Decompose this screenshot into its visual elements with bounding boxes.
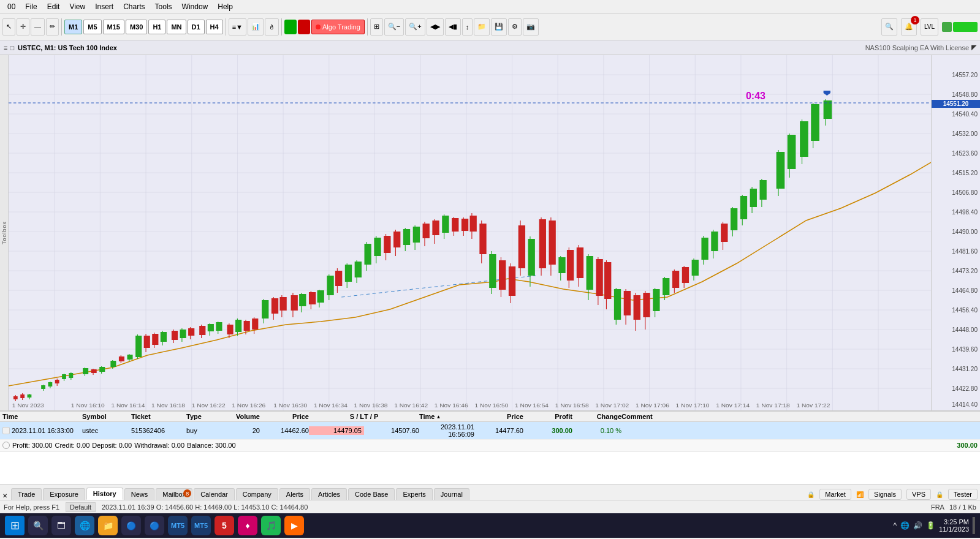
tab-articles[interactable]: Articles <box>311 488 347 500</box>
tab-mailbox[interactable]: Mailbox 8 <box>156 488 192 500</box>
tab-calendar[interactable]: Calendar <box>194 488 235 500</box>
tab-journal[interactable]: Journal <box>434 488 469 500</box>
settings-btn[interactable]: ⚙ <box>508 18 522 36</box>
chart-type-btn[interactable]: ≡▼ <box>229 18 246 36</box>
tool-hline[interactable]: — <box>31 18 45 36</box>
market-btn[interactable]: Market <box>819 489 851 500</box>
taskbar-icon-5[interactable]: 🔵 <box>121 516 141 535</box>
toolbox-panel[interactable]: Toolbox <box>0 55 9 410</box>
taskbar-clock[interactable]: 3:25 PM 11/1/2023 <box>939 518 969 533</box>
summary-profit: Profit: 300.00 <box>12 442 52 449</box>
chart-bar-btn[interactable]: 📊 <box>248 18 264 36</box>
svg-text:1 Nov 16:22: 1 Nov 16:22 <box>192 402 226 409</box>
menu-insert[interactable]: Insert <box>90 1 118 12</box>
menu-edit[interactable]: Edit <box>42 1 65 12</box>
tab-trade[interactable]: Trade <box>11 488 42 500</box>
timeframe-m30[interactable]: M30 <box>126 20 147 34</box>
col-ticket[interactable]: Ticket <box>131 413 186 420</box>
taskbar-spotify[interactable]: 🎵 <box>261 516 281 535</box>
tool-pencil[interactable]: ✏ <box>46 18 59 36</box>
chart-canvas[interactable]: 0:43 <box>9 55 931 410</box>
start-button[interactable]: ⊞ <box>5 516 25 535</box>
taskbar-edge[interactable]: 🌐 <box>75 516 94 535</box>
chart-candle-btn[interactable]: 🕯 <box>265 18 279 36</box>
col-tp[interactable]: T / P <box>364 413 419 420</box>
col-profit[interactable]: Profit <box>523 413 572 420</box>
menu-window[interactable]: Window <box>177 1 213 12</box>
chart-expand-icon[interactable]: ◤ <box>971 43 976 51</box>
timeframe-mn[interactable]: MN <box>167 20 186 34</box>
show-desktop-btn[interactable] <box>973 517 975 534</box>
scroll-right-btn[interactable]: ◀▮ <box>445 18 461 36</box>
main-content-area: Toolbox 0:43 <box>0 55 980 410</box>
timeframe-m15[interactable]: M15 <box>103 20 124 34</box>
tab-codebase[interactable]: Code Base <box>348 488 395 500</box>
tab-news[interactable]: News <box>124 488 155 500</box>
folder-btn[interactable]: 📁 <box>474 18 490 36</box>
col-volume[interactable]: Volume <box>223 413 260 420</box>
timeframe-m5[interactable]: M5 <box>83 20 101 34</box>
tool-crosshair[interactable]: ✛ <box>17 18 29 36</box>
tray-volume[interactable]: 🔊 <box>913 521 922 530</box>
separator-1 <box>61 18 62 36</box>
col-price-close[interactable]: Price <box>474 413 523 420</box>
timeframe-h4[interactable]: H4 <box>206 20 223 34</box>
menu-tools[interactable]: Tools <box>150 1 177 12</box>
tray-battery[interactable]: 🔋 <box>926 521 935 530</box>
tab-exposure[interactable]: Exposure <box>43 488 85 500</box>
taskbar-icon-diamond[interactable]: ♦ <box>238 516 257 535</box>
vps-btn[interactable]: VPS <box>906 489 931 500</box>
save-btn[interactable]: 💾 <box>491 18 507 36</box>
tab-company[interactable]: Company <box>236 488 278 500</box>
col-comment[interactable]: Comment <box>621 413 978 420</box>
menu-logo[interactable]: 00 <box>2 1 20 12</box>
menu-view[interactable]: View <box>64 1 90 12</box>
col-price-open[interactable]: Price <box>260 413 309 420</box>
algo-trading-btn[interactable]: Algo Trading <box>311 20 365 34</box>
signal-red-btn[interactable] <box>298 20 310 34</box>
tab-history[interactable]: History <box>86 488 123 500</box>
svg-text:1 Nov 17:10: 1 Nov 17:10 <box>676 402 710 409</box>
taskbar-icon-num5[interactable]: 5 <box>215 516 234 535</box>
col-symbol[interactable]: Symbol <box>82 413 131 420</box>
screenshot-btn[interactable]: 📷 <box>523 18 539 36</box>
menu-file[interactable]: File <box>20 1 42 12</box>
trade-btn[interactable]: ↕ <box>462 18 473 36</box>
col-type[interactable]: Type <box>186 413 223 420</box>
taskbar-icon-6[interactable]: 🔵 <box>145 516 164 535</box>
taskbar-taskview[interactable]: 🗔 <box>51 516 71 535</box>
col-sl[interactable]: S / L <box>309 413 364 420</box>
tester-btn[interactable]: Tester <box>948 489 978 500</box>
tool-arrow[interactable]: ↖ <box>2 18 15 36</box>
timeframe-h1[interactable]: H1 <box>148 20 165 34</box>
taskbar-media[interactable]: ▶ <box>284 516 304 535</box>
tab-experts[interactable]: Experts <box>396 488 432 500</box>
menu-charts[interactable]: Charts <box>118 1 150 12</box>
col-time[interactable]: Time <box>2 413 82 420</box>
zoom-in-btn[interactable]: 🔍+ <box>405 18 425 36</box>
svg-text:1 Nov 2023: 1 Nov 2023 <box>12 402 44 409</box>
chart-header-icon[interactable]: ≡ <box>4 44 7 51</box>
close-panel-btn[interactable]: ✕ <box>2 491 11 500</box>
chart-indicator-label: NAS100 Scalping EA With License <box>865 44 969 51</box>
table-row[interactable]: 2023.11.01 16:33:00 ustec 515362406 buy … <box>0 422 980 440</box>
taskbar-mt5-1[interactable]: MT5 <box>168 516 188 535</box>
col-change[interactable]: Change <box>572 413 621 420</box>
price-14414: 14414.40 <box>952 401 978 408</box>
timeframe-m1[interactable]: M1 <box>64 20 82 34</box>
timeframe-d1[interactable]: D1 <box>188 20 205 34</box>
tab-alerts[interactable]: Alerts <box>279 488 310 500</box>
signal-green-btn[interactable] <box>284 20 297 34</box>
tray-network[interactable]: 🌐 <box>900 521 910 530</box>
taskbar-explorer[interactable]: 📁 <box>98 516 118 535</box>
col-time-close[interactable]: Time ▲ <box>419 413 474 420</box>
menu-help[interactable]: Help <box>213 1 238 12</box>
taskbar-search[interactable]: 🔍 <box>28 516 48 535</box>
charts-group-btn[interactable]: ⊞ <box>370 18 383 36</box>
signals-btn[interactable]: Signals <box>868 489 902 500</box>
zoom-out-btn[interactable]: 🔍− <box>384 18 404 36</box>
taskbar-mt5-2[interactable]: MT5 <box>191 516 211 535</box>
search-btn[interactable]: 🔍 <box>881 18 897 36</box>
scroll-left-btn[interactable]: ◀▶ <box>427 18 444 36</box>
level-btn[interactable]: LVL <box>921 18 938 36</box>
